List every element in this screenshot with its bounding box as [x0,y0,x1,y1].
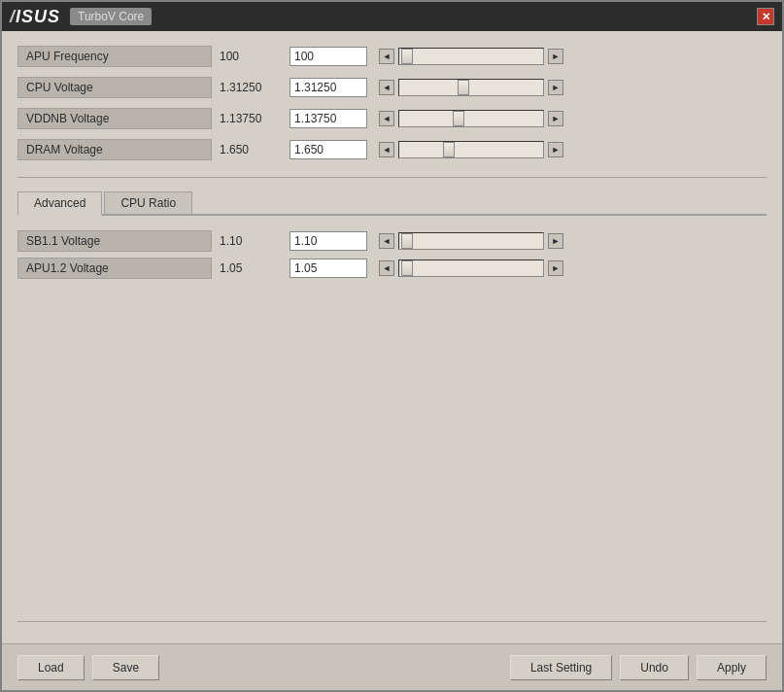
cpu-voltage-row: CPU Voltage 1.31250 ◄ ► [17,74,767,101]
apu12-voltage-input[interactable] [290,259,367,278]
asus-logo: /ISUS [10,7,60,27]
apu12-voltage-left-arrow[interactable]: ◄ [379,260,394,276]
close-button[interactable]: ✕ [757,8,774,25]
vddnb-voltage-display: 1.13750 [212,112,290,125]
app-name: TurboV Core [70,8,152,25]
main-divider [17,177,767,178]
vddnb-voltage-right-arrow[interactable]: ► [548,111,563,126]
vddnb-voltage-left-arrow[interactable]: ◄ [379,111,394,126]
bottom-bar: Load Save Last Setting Undo Apply [2,643,782,690]
tab-content-advanced: SB1.1 Voltage 1.10 ◄ ► APU1.2 Voltage 1.… [17,216,767,607]
sb1-voltage-label: SB1.1 Voltage [17,230,212,252]
apu-frequency-left-arrow[interactable]: ◄ [379,49,394,64]
bottom-divider [17,621,767,622]
apu12-voltage-row: APU1.2 Voltage 1.05 ◄ ► [17,255,767,282]
logo-area: /ISUS [10,7,60,27]
apu12-voltage-slider-track[interactable] [398,260,544,277]
apply-button[interactable]: Apply [697,655,767,680]
apu12-voltage-slider-thumb[interactable] [401,260,413,276]
bottom-right-group: Last Setting Undo Apply [510,655,767,680]
dram-voltage-slider-thumb[interactable] [443,142,455,157]
title-bar: /ISUS TurboV Core ✕ [2,2,782,31]
apu-frequency-input[interactable] [290,47,367,66]
cpu-voltage-label: CPU Voltage [17,77,212,98]
dram-voltage-slider-track[interactable] [398,141,544,158]
sb1-voltage-display: 1.10 [212,234,290,248]
vddnb-voltage-row: VDDNB Voltage 1.13750 ◄ ► [17,105,767,132]
cpu-voltage-input[interactable] [290,78,367,97]
dram-voltage-slider-container: ◄ ► [379,141,563,158]
tabs-bar: Advanced CPU Ratio [17,191,767,216]
dram-voltage-display: 1.650 [212,143,290,156]
cpu-voltage-display: 1.31250 [212,81,290,94]
sb1-voltage-slider-container: ◄ ► [379,232,563,250]
vddnb-voltage-slider-thumb[interactable] [453,111,464,126]
cpu-voltage-slider-container: ◄ ► [379,79,563,96]
dram-voltage-right-arrow[interactable]: ► [548,142,563,157]
tabs-section: Advanced CPU Ratio SB1.1 Voltage 1.10 ◄ … [17,191,767,607]
apu-frequency-slider-track[interactable] [398,48,544,65]
dram-voltage-row: DRAM Voltage 1.650 ◄ ► [17,136,767,163]
vddnb-voltage-input[interactable] [290,109,367,128]
sb1-voltage-left-arrow[interactable]: ◄ [379,233,394,249]
vddnb-voltage-label: VDDNB Voltage [17,108,212,129]
apu12-voltage-slider-container: ◄ ► [379,260,563,277]
cpu-voltage-slider-track[interactable] [398,79,544,96]
apu-frequency-label: APU Frequency [17,46,212,67]
cpu-voltage-left-arrow[interactable]: ◄ [379,80,394,95]
tab-advanced[interactable]: Advanced [17,191,102,216]
dram-voltage-left-arrow[interactable]: ◄ [379,142,394,157]
save-button[interactable]: Save [92,655,159,680]
sb1-voltage-row: SB1.1 Voltage 1.10 ◄ ► [17,227,767,255]
apu-frequency-display: 100 [212,50,290,63]
sb1-voltage-input[interactable] [290,231,367,251]
load-button[interactable]: Load [17,655,85,680]
sb1-voltage-right-arrow[interactable]: ► [548,233,563,249]
sb1-voltage-slider-thumb[interactable] [401,233,413,249]
vddnb-voltage-slider-track[interactable] [398,110,544,127]
main-window: /ISUS TurboV Core ✕ APU Frequency 100 ◄ … [0,0,784,692]
apu-frequency-right-arrow[interactable]: ► [548,49,563,64]
vddnb-voltage-slider-container: ◄ ► [379,110,563,127]
content-area: APU Frequency 100 ◄ ► CPU Voltage 1.3125… [2,31,782,643]
cpu-voltage-right-arrow[interactable]: ► [548,80,563,95]
undo-button[interactable]: Undo [620,655,689,680]
sb1-voltage-slider-track[interactable] [398,232,544,250]
tab-cpu-ratio[interactable]: CPU Ratio [104,191,192,214]
apu12-voltage-label: APU1.2 Voltage [17,258,212,279]
apu12-voltage-right-arrow[interactable]: ► [548,260,563,276]
last-setting-button[interactable]: Last Setting [510,655,612,680]
apu12-voltage-display: 1.05 [212,261,290,275]
dram-voltage-label: DRAM Voltage [17,139,212,160]
apu-frequency-slider-thumb[interactable] [401,49,413,64]
apu-frequency-slider-container: ◄ ► [379,48,563,65]
dram-voltage-input[interactable] [290,140,367,159]
cpu-voltage-slider-thumb[interactable] [458,80,469,95]
apu-frequency-row: APU Frequency 100 ◄ ► [17,43,767,70]
